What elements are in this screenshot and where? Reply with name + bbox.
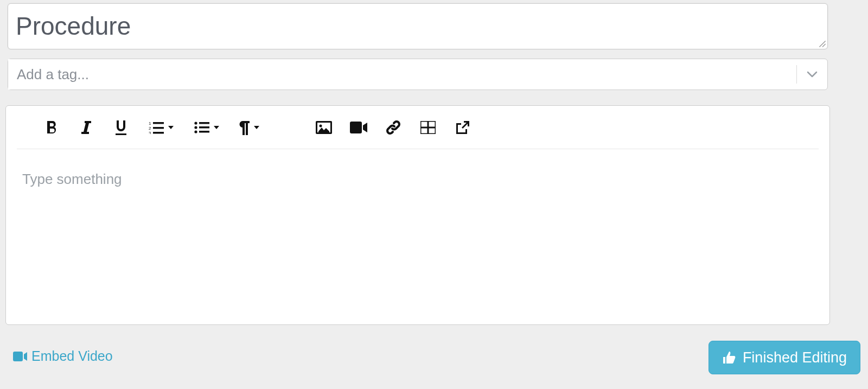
- insert-link-button[interactable]: [376, 114, 411, 141]
- finished-editing-label: Finished Editing: [743, 349, 847, 366]
- insert-image-button[interactable]: [307, 114, 341, 141]
- svg-text:2: 2: [149, 126, 151, 131]
- tag-field-container: [8, 59, 828, 90]
- title-field-container: [8, 3, 828, 49]
- unordered-list-icon: [194, 121, 209, 134]
- svg-rect-17: [350, 122, 362, 133]
- table-icon: [420, 121, 436, 134]
- underline-icon: [114, 119, 127, 136]
- editor-textarea[interactable]: Type something: [6, 149, 829, 324]
- italic-icon: [80, 120, 92, 135]
- pilcrow-icon: [238, 120, 250, 135]
- svg-rect-5: [153, 122, 164, 124]
- svg-rect-13: [199, 131, 209, 133]
- embed-video-link[interactable]: Embed Video: [13, 348, 113, 364]
- image-icon: [316, 121, 332, 134]
- caret-down-icon: [168, 126, 174, 129]
- underline-button[interactable]: [104, 114, 138, 141]
- svg-point-8: [194, 122, 197, 124]
- svg-rect-21: [13, 352, 23, 361]
- italic-button[interactable]: [69, 114, 104, 141]
- video-icon: [350, 122, 367, 133]
- external-open-button[interactable]: [445, 114, 480, 141]
- finished-editing-button[interactable]: Finished Editing: [709, 341, 860, 374]
- svg-rect-7: [153, 132, 164, 134]
- svg-point-16: [320, 124, 322, 127]
- editor-container: 1 2 3: [5, 105, 830, 325]
- svg-rect-12: [199, 126, 209, 129]
- thumbs-up-icon: [722, 350, 736, 365]
- svg-point-10: [194, 130, 197, 133]
- ordered-list-button[interactable]: 1 2 3: [138, 114, 184, 141]
- svg-text:3: 3: [149, 131, 151, 134]
- unordered-list-button[interactable]: [184, 114, 229, 141]
- embed-video-label: Embed Video: [31, 348, 113, 364]
- svg-line-0: [819, 41, 825, 47]
- caret-down-icon: [254, 126, 259, 129]
- svg-text:1: 1: [149, 121, 151, 126]
- link-icon: [385, 119, 401, 136]
- chevron-down-icon: [807, 71, 818, 78]
- ordered-list-icon: 1 2 3: [149, 121, 164, 134]
- bold-button[interactable]: [34, 114, 69, 141]
- insert-video-button[interactable]: [341, 114, 376, 141]
- title-input[interactable]: [16, 4, 820, 49]
- resize-handle-icon: [819, 40, 826, 48]
- video-icon: [13, 352, 27, 361]
- bold-icon: [45, 120, 58, 135]
- svg-line-1: [822, 44, 826, 47]
- svg-rect-6: [153, 127, 164, 129]
- svg-rect-11: [199, 122, 209, 124]
- caret-down-icon: [214, 126, 219, 129]
- editor-toolbar: 1 2 3: [17, 106, 819, 149]
- tag-dropdown-toggle[interactable]: [797, 59, 827, 90]
- tag-input[interactable]: [8, 59, 796, 90]
- paragraph-format-button[interactable]: [229, 114, 267, 141]
- insert-table-button[interactable]: [411, 114, 445, 141]
- svg-point-9: [194, 126, 197, 129]
- external-link-icon: [456, 120, 470, 135]
